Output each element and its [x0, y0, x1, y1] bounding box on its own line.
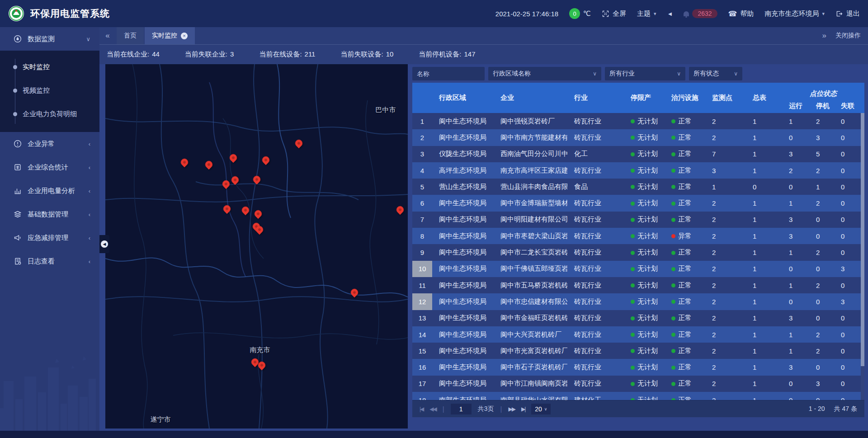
industry-filter-select[interactable]: 所有行业 ∨: [605, 67, 685, 80]
disconnected-cell: 0: [834, 347, 864, 355]
table-row[interactable]: 7阆中生态环境局阆中明阳建材有限公司砖瓦行业无计划正常21300: [412, 212, 864, 228]
logout-button[interactable]: 退出: [835, 9, 860, 18]
facility-cell: 正常: [665, 281, 705, 290]
region-filter-select[interactable]: 行政区域名称 ∨: [488, 67, 601, 80]
table-row[interactable]: 3仪陇生态环境局西南油气田分公司川中化工无计划正常71350: [412, 146, 864, 162]
table-row[interactable]: 1阆中生态环境局阆中强锐页岩砖厂砖瓦行业无计划正常21120: [412, 113, 864, 129]
last-page-button[interactable]: ▶|: [521, 406, 525, 412]
disconnected-cell: 3: [834, 298, 864, 306]
tabs-scroll-left-button[interactable]: «: [99, 27, 116, 44]
scrollbar-thumb[interactable]: [861, 113, 864, 366]
tab-realtime-monitoring[interactable]: 实时监控 ×: [145, 27, 195, 44]
sidebar-submenu: 实时监控 视频监控 企业电力负荷明细: [0, 51, 99, 132]
fullscreen-icon: [602, 10, 609, 18]
stopped-cell: 0: [809, 216, 834, 223]
tab-home[interactable]: 首页: [117, 27, 144, 44]
column-region: 行政区域: [432, 83, 494, 113]
sidebar-item-power-analysis[interactable]: 企业用电量分析 ‹: [0, 179, 99, 203]
disconnected-cell: 0: [834, 331, 864, 339]
prev-page-button[interactable]: ◀◀: [429, 406, 436, 412]
table-row[interactable]: 17阆中生态环境局阆中市江南镇阆南页岩砖瓦行业无计划正常21030: [412, 376, 864, 392]
table-row[interactable]: 14阆中生态环境局阆中大兴页岩机砖厂砖瓦行业无计划正常21120: [412, 326, 864, 343]
table-row[interactable]: 6阆中生态环境局阆中市金博瑞新型墙材砖瓦行业无计划正常21120: [412, 195, 864, 211]
map-collapse-handle[interactable]: ◀: [99, 235, 109, 253]
page-size-select[interactable]: 20 ∨: [531, 404, 551, 414]
row-index-cell: 12: [412, 293, 432, 310]
table-row[interactable]: 12阆中生态环境局阆中市忠信建材有限公砖瓦行业无计划正常21003: [412, 293, 864, 310]
stop-limit-cell: 无计划: [624, 347, 665, 355]
help-button[interactable]: ☎ 帮助: [728, 9, 754, 18]
fullscreen-button[interactable]: 全屏: [602, 9, 626, 18]
help-label: 帮助: [740, 9, 754, 18]
sidebar-item-base-data[interactable]: 基础数据管理 ‹: [0, 203, 99, 226]
sidebar-item-log-view[interactable]: 日志查看 ‹: [0, 250, 99, 273]
table-row[interactable]: 9阆中生态环境局阆中市二龙长宝页岩砖砖瓦行业无计划正常21120: [412, 244, 864, 260]
sidebar-item-enterprise-statistics[interactable]: 企业综合统计 ‹: [0, 155, 99, 179]
theme-dropdown[interactable]: 主题 ▾: [637, 9, 656, 18]
disconnected-cell: 0: [834, 167, 864, 174]
status-filter-select[interactable]: 所有状态 ∨: [689, 67, 742, 80]
tabs-scroll-right-button[interactable]: »: [822, 31, 826, 40]
running-cell: 0: [782, 134, 809, 141]
status-dot: [631, 349, 635, 353]
facility-cell: 正常: [665, 297, 705, 306]
table-scrollbar[interactable]: [861, 113, 864, 400]
region-cell: 高坪生态环境局: [432, 166, 494, 175]
industry-cell: 砖瓦行业: [567, 199, 624, 207]
tab-label: 实时监控: [152, 32, 177, 40]
region-cell: 阆中生态环境局: [432, 133, 494, 142]
company-cell: 阆中市金博瑞新型墙材: [494, 199, 567, 207]
table-row[interactable]: 4高坪生态环境局南充市高坪区王家店建砖瓦行业无计划正常31220: [412, 162, 864, 179]
monitor-points-cell: 2: [705, 347, 746, 355]
stat-offline-enterprises: 当前失联企业:3: [185, 50, 234, 59]
next-page-button[interactable]: ▶▶: [508, 406, 514, 412]
monitor-points-cell: 2: [705, 249, 746, 256]
status-dot: [671, 398, 675, 400]
table-row[interactable]: 8阆中生态环境局阆中市枣碧大梁山页岩砖瓦行业无计划异常21300: [412, 228, 864, 244]
status-dot: [631, 283, 635, 287]
chevron-down-icon: ∨: [544, 407, 547, 411]
table-row[interactable]: 18南部生态环境局南部县砒华山水泥有限建材化工无计划正常21000: [412, 392, 864, 400]
row-index-cell: 7: [412, 212, 432, 228]
company-cell: 阆中市江南镇阆南页岩: [494, 379, 567, 388]
table-row[interactable]: 2阆中生态环境局阆中市南方节能建材有砖瓦行业无计划正常21030: [412, 129, 864, 146]
page-number-input[interactable]: [451, 404, 472, 414]
sidebar-item-enterprise-abnormal[interactable]: 企业异常 ‹: [0, 132, 99, 155]
table-row[interactable]: 15阆中生态环境局阆中市光富页岩机砖厂砖瓦行业无计划正常21120: [412, 343, 864, 359]
disconnected-cell: 0: [834, 216, 864, 223]
map-panel[interactable]: 巴中市南充市遂宁市: [105, 64, 408, 429]
company-cell: 阆中强锐页岩砖厂: [494, 117, 567, 126]
app-logo-icon: [8, 5, 24, 22]
table-row[interactable]: 10阆中生态环境局阆中千佛镇五郎垭页岩砖瓦行业无计划正常21003: [412, 261, 864, 277]
bell-icon: [684, 11, 689, 16]
status-dot: [631, 366, 635, 370]
disconnected-cell: 0: [834, 363, 864, 371]
monitor-points-cell: 1: [705, 183, 746, 191]
notifications[interactable]: 2632: [684, 9, 717, 18]
sidebar-item-emergency-reduction[interactable]: 应急减排管理 ‹: [0, 226, 99, 250]
org-dropdown[interactable]: 南充市生态环境局 ▾: [764, 9, 825, 18]
table-row[interactable]: 5营山生态环境局营山县润丰肉食品有限食品无计划正常10010: [412, 179, 864, 195]
sidebar-item-power-load-detail[interactable]: 企业电力负荷明细: [0, 102, 99, 126]
sidebar-item-video-monitoring[interactable]: 视频监控: [0, 79, 99, 102]
chevron-down-icon: ▾: [822, 11, 825, 17]
table-row[interactable]: 11阆中生态环境局阆中市五马桥页岩机砖砖瓦行业无计划正常21120: [412, 277, 864, 293]
row-index-cell: 4: [412, 162, 432, 179]
facility-cell: 异常: [665, 232, 705, 240]
mute-button[interactable]: ◄: [667, 10, 673, 17]
first-page-button[interactable]: |◀: [420, 406, 423, 412]
close-operations-button[interactable]: 关闭操作: [835, 32, 861, 40]
table-row[interactable]: 13阆中生态环境局阆中市金福旺页岩机砖砖瓦行业无计划正常21300: [412, 310, 864, 326]
name-filter-input[interactable]: [412, 67, 485, 80]
table-row[interactable]: 16阆中生态环境局阆中市石子页岩机砖厂砖瓦行业无计划正常21300: [412, 359, 864, 375]
monitor-drop-icon: [14, 35, 22, 43]
sidebar-item-realtime-monitoring[interactable]: 实时监控: [0, 55, 99, 79]
status-dot: [671, 136, 675, 140]
map-city-label: 遂宁市: [151, 415, 171, 424]
status-dot: [671, 169, 675, 173]
stopped-cell: 2: [809, 347, 834, 355]
close-icon[interactable]: ×: [181, 33, 188, 39]
sidebar-item-data-monitoring[interactable]: 数据监测 ∨: [0, 27, 99, 51]
industry-cell: 砖瓦行业: [567, 133, 624, 142]
industry-cell: 砖瓦行业: [567, 314, 624, 322]
